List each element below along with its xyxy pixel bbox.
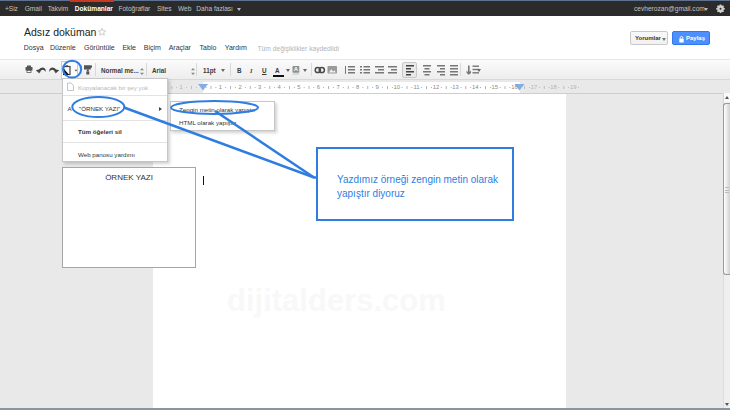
svg-text:A: A — [294, 66, 299, 72]
